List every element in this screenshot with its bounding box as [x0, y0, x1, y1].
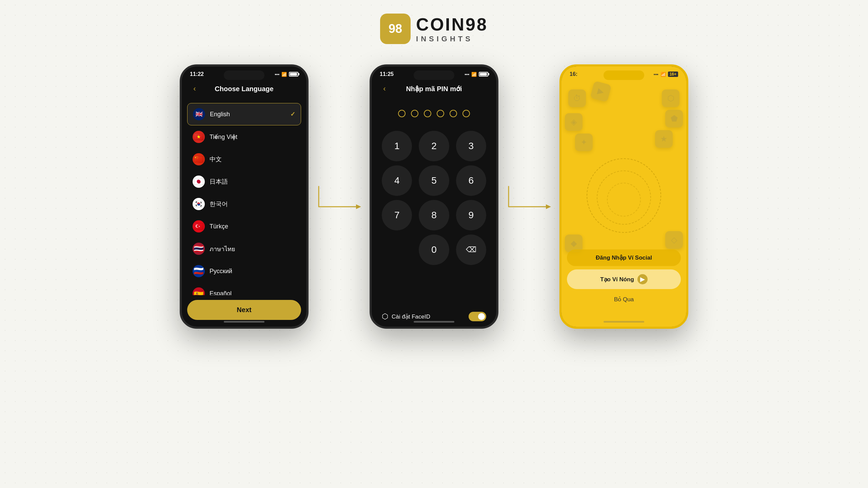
- wifi-icon3: 📶: [660, 72, 666, 77]
- language-list[interactable]: 🇬🇧 English ✓ 🇻🇳 Tiếng Việt 🇨🇳 中文 🇯🇵 日本語 …: [182, 100, 307, 295]
- faceid-text: Cài đặt FaceID: [392, 313, 430, 320]
- language-flag: 🇹🇭: [193, 243, 205, 255]
- language-name: 한국어: [210, 200, 296, 208]
- language-flag: 🇪🇸: [193, 287, 205, 295]
- language-flag: 🇰🇷: [193, 198, 205, 210]
- phone1-header: ‹ Choose Language: [182, 79, 307, 100]
- pin-dot: [437, 110, 444, 117]
- numpad-row: 123: [382, 131, 486, 161]
- language-name: Español: [210, 290, 296, 296]
- language-item[interactable]: 🇻🇳 Tiếng Việt: [187, 126, 301, 148]
- numpad-key-8[interactable]: 8: [419, 200, 449, 230]
- pin-dot: [398, 110, 406, 117]
- numpad-key-7[interactable]: 7: [382, 200, 412, 230]
- numpad-key-4[interactable]: 4: [382, 165, 412, 196]
- svg-marker-0: [356, 204, 361, 209]
- pin-back-button[interactable]: ‹: [378, 83, 391, 95]
- language-name: Tiếng Việt: [210, 133, 296, 141]
- faceid-icon: ⬡: [382, 312, 388, 321]
- language-name: 日本語: [210, 178, 296, 186]
- faceid-toggle[interactable]: [469, 312, 486, 321]
- logo-title: COIN98: [416, 14, 488, 35]
- skip-button[interactable]: Bỏ Qua: [567, 292, 681, 306]
- phone2-time: 11:25: [380, 71, 394, 77]
- svg-marker-1: [546, 204, 551, 209]
- phone3-time: 16:: [570, 71, 577, 77]
- language-item[interactable]: 🇯🇵 日本語: [187, 171, 301, 192]
- phone1-title: Choose Language: [201, 85, 288, 93]
- logo-text-block: COIN98 INSIGHTS: [416, 14, 488, 43]
- battery-icon2: [479, 72, 488, 77]
- phone1-time: 11:22: [190, 71, 204, 77]
- crypto-icon-5: ⬟: [665, 110, 683, 127]
- numpad-key-0[interactable]: 0: [419, 235, 449, 265]
- signal-icon2: ▪▪▪: [465, 72, 469, 77]
- phone3-notch: [604, 70, 644, 80]
- numpad-key-1[interactable]: 1: [382, 131, 412, 161]
- wifi-icon: 📶: [281, 72, 287, 77]
- numpad-row: 456: [382, 165, 486, 196]
- pin-dot: [462, 110, 470, 117]
- numpad: 1234567890⌫: [372, 124, 496, 307]
- phone2-title: Nhập mã PIN mới: [391, 85, 477, 93]
- phone1-home-indicator: [224, 321, 264, 323]
- arrow1-svg: [312, 176, 366, 217]
- language-item[interactable]: 🇹🇭 ภาษาไทย: [187, 238, 301, 260]
- language-name: ภาษาไทย: [210, 244, 296, 254]
- crypto-icon-3: ⬡: [662, 89, 679, 107]
- numpad-key-5[interactable]: 5: [419, 165, 449, 196]
- logo-subtitle: INSIGHTS: [416, 35, 488, 43]
- wifi-icon2: 📶: [471, 72, 477, 77]
- create-wallet-button[interactable]: Tạo Ví Nóng ▶: [567, 269, 681, 289]
- numpad-key-6[interactable]: 6: [456, 165, 486, 196]
- spiral-circle-inner: [607, 183, 641, 217]
- language-item[interactable]: 🇪🇸 Español: [187, 283, 301, 295]
- faceid-label: ⬡ Cài đặt FaceID: [382, 312, 430, 321]
- arrow2-container: [498, 176, 559, 217]
- language-flag: 🇬🇧: [193, 108, 205, 120]
- crypto-icon-9: ★: [655, 130, 673, 148]
- empty-key: [382, 235, 412, 265]
- arrow1-container: [309, 176, 370, 217]
- numpad-key-2[interactable]: 2: [419, 131, 449, 161]
- delete-button[interactable]: ⌫: [456, 235, 486, 265]
- battery-icon: [289, 72, 298, 77]
- faceid-row: ⬡ Cài đặt FaceID: [372, 307, 496, 327]
- language-name: Türkçe: [210, 223, 296, 230]
- language-name: English: [210, 111, 285, 118]
- arrow-icon: ▶: [637, 274, 648, 284]
- phone2-home-indicator: [414, 321, 454, 323]
- phone1-notch: [224, 70, 264, 80]
- phone3: 16: ▪▪▪ 📶 16+ ⏱ ▶ ⬡ ◈ ⬟ ◆ ◇ ✦ ★: [559, 64, 688, 329]
- social-login-button[interactable]: Đăng Nhập Ví Social: [567, 249, 681, 266]
- language-item[interactable]: 🇬🇧 English ✓: [187, 103, 301, 125]
- logo-icon: 98: [380, 14, 411, 44]
- language-flag: 🇻🇳: [193, 131, 205, 143]
- phone2-status-icons: ▪▪▪ 📶: [465, 72, 488, 77]
- pin-dot: [424, 110, 431, 117]
- pin-dot: [450, 110, 457, 117]
- language-item[interactable]: 🇷🇺 Русский: [187, 260, 301, 282]
- phone1-status-icons: ▪▪▪ 📶: [275, 72, 298, 77]
- back-button[interactable]: ‹: [189, 83, 201, 95]
- language-item[interactable]: 🇹🇷 Türkçe: [187, 216, 301, 237]
- next-button[interactable]: Next: [187, 300, 301, 320]
- crypto-icon-4: ◈: [565, 113, 583, 131]
- phones-container: 11:22 ▪▪▪ 📶 ‹ Choose Language 🇬🇧 English…: [180, 64, 688, 329]
- numpad-key-3[interactable]: 3: [456, 131, 486, 161]
- phone1-screen: 11:22 ▪▪▪ 📶 ‹ Choose Language 🇬🇧 English…: [182, 66, 307, 327]
- numpad-key-9[interactable]: 9: [456, 200, 486, 230]
- signal-icon: ▪▪▪: [275, 72, 279, 77]
- crypto-icon-7: ◇: [665, 231, 683, 249]
- arrow2-svg: [502, 176, 556, 217]
- pin-dot: [411, 110, 418, 117]
- crypto-icon-8: ✦: [575, 134, 593, 151]
- language-flag: 🇷🇺: [193, 265, 205, 277]
- language-item[interactable]: 🇰🇷 한국어: [187, 193, 301, 215]
- numpad-row: 0⌫: [382, 235, 486, 265]
- phone3-status-icons: ▪▪▪ 📶 16+: [654, 72, 678, 77]
- language-item[interactable]: 🇨🇳 中文: [187, 148, 301, 170]
- signal-icon3: ▪▪▪: [654, 72, 658, 77]
- language-flag: 🇯🇵: [193, 176, 205, 188]
- phone3-screen: 16: ▪▪▪ 📶 16+ ⏱ ▶ ⬡ ◈ ⬟ ◆ ◇ ✦ ★: [561, 66, 686, 327]
